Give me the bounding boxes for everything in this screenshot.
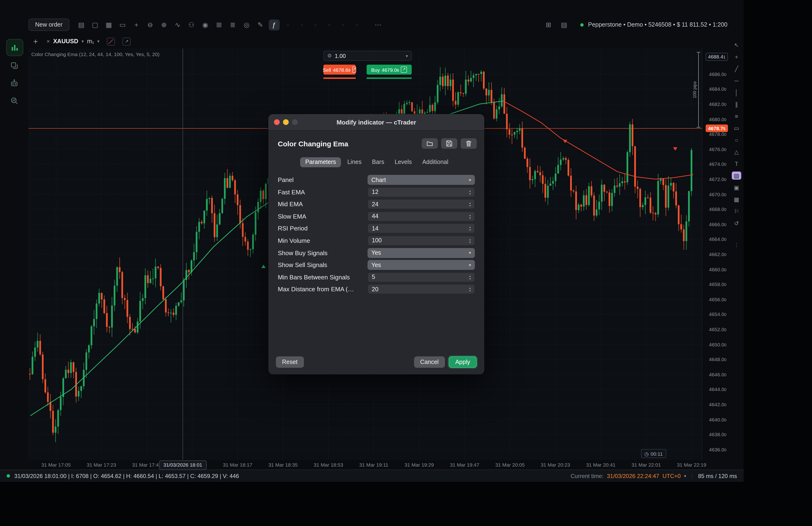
horizontal-line-icon[interactable]: ─ [732, 76, 741, 85]
panel-select[interactable]: Chart ▾ [367, 175, 475, 185]
preset-slot-6-icon[interactable]: ▫ [351, 19, 362, 30]
vertical-line-icon[interactable]: │ [732, 88, 741, 97]
timeframe-label[interactable]: m₁ [87, 38, 94, 45]
text-tool-icon[interactable]: T [732, 160, 741, 168]
sell-button[interactable]: Sell 4678.69 ↗ [323, 65, 356, 75]
save-template-button[interactable] [441, 138, 457, 149]
algo-robot-icon[interactable]: ⚇ [186, 19, 197, 30]
delete-indicator-button[interactable] [461, 138, 477, 149]
mid-ema-input[interactable]: 24 ▴▾ [367, 199, 475, 209]
crosshair-icon[interactable]: + [732, 53, 741, 61]
tab-parameters[interactable]: Parameters [300, 157, 341, 167]
workspace-icon-group: ⊞▤ [543, 19, 569, 30]
toolbar-scroll-indicator[interactable]: ⋮ [734, 242, 739, 247]
triangle-icon[interactable]: △ [732, 148, 741, 156]
account-status-text[interactable]: Pepperstone • Demo • 5246508 • $ 11 811.… [588, 22, 727, 28]
tab-levels[interactable]: Levels [390, 157, 416, 167]
channel-icon[interactable]: ∥ [732, 100, 741, 108]
open-template-button[interactable] [422, 138, 438, 149]
templates-icon[interactable]: ≣ [227, 19, 238, 30]
flag-alert-icon[interactable]: ⚐ [732, 207, 741, 215]
clear-drawings-icon[interactable] [107, 37, 115, 45]
detach-chart-icon[interactable]: ↗ [123, 37, 131, 45]
stepper-arrows-icon[interactable]: ▴▾ [469, 238, 470, 243]
stepper-arrows-icon[interactable]: ▴▾ [469, 189, 470, 195]
fast-ema-input[interactable]: 12 ▴▾ [367, 187, 475, 197]
new-order-button[interactable]: New order [29, 18, 69, 31]
show-buy-signals-select[interactable]: Yes ▾ [367, 248, 475, 258]
stepper-arrows-icon[interactable]: ▴▾ [469, 201, 470, 207]
workspace-icon[interactable]: ▤ [559, 19, 569, 30]
preset-slot-2-icon[interactable]: ▫ [296, 19, 307, 30]
workspace-layout-icon[interactable]: ▤ [76, 19, 87, 30]
time-axis[interactable]: 31/03/2026 18:01 31 Mar 17:0531 Mar 17:2… [29, 460, 702, 469]
price-axis[interactable]: 4686.004684.004682.004680.004678.004676.… [702, 48, 731, 460]
chevron-down-icon[interactable]: ▾ [97, 39, 100, 44]
sidebar-item-copy[interactable] [6, 57, 22, 74]
history-icon[interactable]: ↺ [732, 219, 741, 227]
zoom-in-icon[interactable]: ⊕ [158, 19, 169, 30]
auto-fit-icon[interactable]: ∿ [172, 19, 183, 30]
sell-depth-bar [323, 77, 356, 79]
preset-slot-3-icon[interactable]: ▫ [310, 19, 321, 30]
rsi-period-input[interactable]: 14 ▴▾ [367, 224, 475, 233]
tab-bars[interactable]: Bars [368, 157, 389, 167]
close-tab-icon[interactable]: × [46, 38, 50, 45]
reset-button[interactable]: Reset [276, 356, 304, 368]
sidebar-item-analyze[interactable] [6, 93, 22, 109]
indicators-icon[interactable]: ƒ [269, 19, 279, 30]
windows-grid-icon[interactable]: ⊞ [543, 19, 554, 30]
trendline-icon[interactable]: ╱ [732, 65, 741, 73]
add-chart-icon[interactable]: + [131, 19, 142, 30]
tab-additional[interactable]: Additional [418, 157, 452, 167]
apply-button[interactable]: Apply [449, 356, 477, 368]
gear-icon[interactable]: ⚙ [327, 53, 332, 59]
symbol-tab[interactable]: × XAUUSD ▾ m₁ ▾ [46, 38, 100, 45]
stepper-arrows-icon[interactable]: ▴▾ [469, 287, 470, 292]
min-volume-input[interactable]: 100 ▴▾ [367, 236, 475, 246]
annotate-icon[interactable]: ✎ [255, 19, 266, 30]
fibonacci-icon[interactable]: ≡ [732, 112, 741, 120]
color-swatch-icon[interactable]: ▨ [732, 172, 741, 180]
slow-ema-input[interactable]: 44 ▴▾ [367, 211, 475, 222]
minimize-window-button[interactable] [283, 119, 289, 125]
monitor-icon[interactable]: ▢ [89, 19, 100, 30]
ellipse-icon[interactable]: ○ [732, 136, 741, 144]
buy-button[interactable]: Buy 4679.06 ↗ [366, 65, 412, 75]
add-tab-icon[interactable]: + [33, 37, 38, 45]
preset-slot-4-icon[interactable]: ▫ [324, 19, 335, 30]
preset-slot-1-icon[interactable]: ▫ [282, 19, 293, 30]
calendar-icon[interactable]: ⊞ [214, 19, 224, 30]
min-bars-between-signals-input[interactable]: 5 ▴▾ [367, 272, 475, 282]
stepper-arrows-icon[interactable]: ▴▾ [469, 214, 470, 219]
price-tick-label: 4662.00 [709, 251, 726, 257]
camera-icon[interactable]: ▣ [732, 183, 741, 191]
assistant-icon[interactable]: ◉ [200, 19, 211, 30]
chevron-down-icon[interactable]: ▾ [82, 39, 84, 44]
sidebar-item-trade[interactable] [6, 39, 23, 56]
indicator-overlay-label[interactable]: Color Changing Ema (12, 24, 44, 14, 100,… [31, 51, 159, 57]
more-icon[interactable]: ⋯ [373, 19, 383, 30]
cursor-icon[interactable]: ↖ [732, 41, 741, 49]
chevron-down-icon[interactable]: ▾ [684, 473, 686, 478]
preset-slot-5-icon[interactable]: ▫ [337, 19, 348, 30]
cancel-button[interactable]: Cancel [414, 356, 445, 368]
show-sell-signals-select[interactable]: Yes ▾ [367, 260, 475, 270]
rectangle-icon[interactable]: ▭ [732, 124, 741, 132]
grid-layout-icon[interactable]: ▦ [103, 19, 114, 30]
single-chart-icon[interactable]: ▭ [117, 19, 128, 30]
chevron-down-icon[interactable]: ▾ [406, 54, 408, 58]
tab-lines[interactable]: Lines [343, 157, 366, 167]
sidebar-item-automate[interactable] [6, 75, 22, 91]
stepper-arrows-icon[interactable]: ▴▾ [469, 226, 470, 231]
price-tick-label: 4664.00 [709, 237, 726, 242]
zoom-out-icon[interactable]: ⊖ [145, 19, 156, 30]
quantity-selector[interactable]: ⚙ 1.00 ▾ [323, 51, 412, 61]
close-window-button[interactable] [274, 119, 280, 125]
max-distance-from-ema-input[interactable]: 20 ▴▾ [367, 284, 475, 294]
timezone-selector[interactable]: UTC+0 [663, 472, 681, 479]
grid-settings-icon[interactable]: ▦ [732, 195, 741, 203]
watchlist-eye-icon[interactable]: ◎ [241, 19, 252, 30]
dialog-title-bar[interactable]: Modify indicator — cTrader [268, 114, 484, 131]
stepper-arrows-icon[interactable]: ▴▾ [469, 275, 470, 280]
